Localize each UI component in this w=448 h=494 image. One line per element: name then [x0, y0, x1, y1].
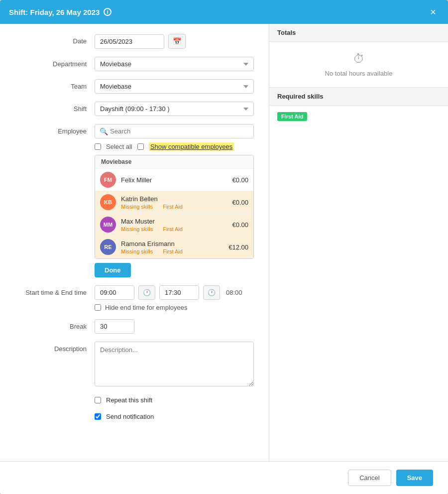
done-button[interactable]: Done — [95, 263, 131, 277]
modal-title: Shift: Friday, 26 May 2023 i — [9, 8, 112, 16]
employee-info-mm: Max Muster Missing skills First Aid — [121, 218, 232, 232]
header-title-text: Shift: Friday, 26 May 2023 — [9, 8, 100, 16]
date-input-wrap: 📅 — [95, 34, 254, 49]
modal-footer: Cancel Save — [0, 461, 448, 494]
modal-body: Date 📅 Department Moviebase — [0, 24, 448, 461]
cancel-button[interactable]: Cancel — [348, 470, 391, 486]
description-textarea[interactable] — [95, 342, 254, 386]
break-row: Break — [15, 319, 254, 334]
close-button[interactable]: × — [427, 6, 439, 18]
repeat-shift-label: Repeat this shift — [106, 396, 152, 404]
duration-display: 08:00 — [224, 286, 244, 299]
break-input[interactable] — [95, 319, 134, 334]
date-control-wrap: 📅 — [95, 34, 254, 49]
save-button[interactable]: Save — [396, 470, 433, 486]
break-control-wrap — [95, 319, 254, 334]
date-label: Date — [15, 34, 95, 45]
first-aid-badge: First Aid — [277, 112, 307, 121]
employee-label: Employee — [15, 124, 95, 135]
department-label: Department — [15, 57, 95, 68]
team-select[interactable]: Moviebase — [95, 79, 254, 94]
team-row: Team Moviebase — [15, 79, 254, 94]
description-row: Description — [15, 342, 254, 388]
filter-row: Select all Show compatible employees — [95, 142, 254, 151]
description-control-wrap — [95, 342, 254, 388]
shift-control-wrap: Dayshift (09:00 - 17:30 ) — [95, 102, 254, 116]
search-icon: 🔍 — [100, 127, 108, 135]
modal-header: Shift: Friday, 26 May 2023 i × — [0, 0, 448, 24]
no-hours-text: No total hours available — [325, 70, 393, 77]
select-all-checkbox[interactable] — [95, 143, 101, 150]
info-icon[interactable]: i — [104, 8, 112, 16]
avatar-kb: KB — [100, 194, 116, 210]
search-input[interactable] — [95, 124, 254, 138]
totals-header: Totals — [269, 24, 448, 42]
shift-label: Shift — [15, 102, 95, 113]
show-compatible-label[interactable]: Show compatible employees — [149, 142, 234, 151]
notification-option: Send notification — [95, 413, 154, 420]
employee-group-header: Moviebase — [95, 155, 253, 169]
avatar-re: RE — [100, 239, 116, 255]
missing-skills-re: Missing skills — [121, 248, 153, 254]
search-wrap: 🔍 — [95, 124, 254, 138]
send-notification-label: Send notification — [106, 413, 154, 420]
form-section: Date 📅 Department Moviebase — [0, 24, 269, 461]
repeat-option: Repeat this shift — [95, 396, 152, 404]
clock-icon: ⏱ — [353, 52, 365, 66]
team-control-wrap: Moviebase — [95, 79, 254, 94]
hide-endtime-wrap: Hide end time for employees — [95, 304, 254, 311]
employee-row-re[interactable]: RE Ramona Erismann Missing skills First … — [95, 236, 253, 258]
employee-control-wrap: 🔍 Select all Show compatible employees M… — [95, 124, 254, 277]
employee-cost-fm: €0.00 — [232, 176, 248, 184]
shift-row: Shift Dayshift (09:00 - 17:30 ) — [15, 102, 254, 116]
end-time-clock-button[interactable]: 🕐 — [203, 285, 220, 300]
start-time-input[interactable] — [95, 285, 134, 300]
select-all-label: Select all — [106, 143, 132, 150]
repeat-shift-checkbox[interactable] — [95, 397, 101, 403]
employee-cost-re: €12.00 — [228, 244, 248, 251]
employee-name-fm: Felix Miller — [121, 176, 232, 184]
time-inputs-row: 🕐 🕐 08:00 — [95, 285, 254, 300]
avatar-mm: MM — [100, 217, 116, 233]
time-row: Start time & End time 🕐 🕐 08:00 Hide end… — [15, 285, 254, 311]
skill-mm: First Aid — [163, 226, 183, 232]
department-control-wrap: Moviebase — [95, 57, 254, 71]
break-label: Break — [15, 319, 95, 330]
totals-content: ⏱ No total hours available — [269, 42, 448, 87]
skill-re: First Aid — [163, 248, 183, 254]
hide-endtime-checkbox[interactable] — [95, 304, 101, 311]
time-label: Start time & End time — [15, 285, 95, 296]
start-time-clock-button[interactable]: 🕐 — [138, 285, 155, 300]
employee-row-fm[interactable]: FM Felix Miller €0.00 — [95, 169, 253, 191]
date-input[interactable] — [95, 34, 164, 49]
employee-cost-kb: €0.00 — [232, 199, 248, 206]
calendar-button[interactable]: 📅 — [168, 34, 186, 49]
repeat-row: Repeat this shift — [95, 396, 254, 409]
required-skills-header: Required skills — [269, 87, 448, 106]
employee-info-fm: Felix Miller — [121, 176, 232, 184]
employee-row-kb[interactable]: KB Katrin Bellen Missing skills First Ai… — [95, 191, 253, 214]
team-label: Team — [15, 79, 95, 90]
skill-kb: First Aid — [163, 204, 183, 210]
employee-name-re: Ramona Erismann — [121, 240, 228, 247]
employee-row-mm[interactable]: MM Max Muster Missing skills First Aid €… — [95, 214, 253, 236]
end-time-input[interactable] — [159, 285, 199, 300]
show-compatible-checkbox[interactable] — [137, 143, 144, 150]
employee-meta-kb: Missing skills First Aid — [121, 204, 232, 210]
employee-list: Moviebase FM Felix Miller €0.00 KB — [95, 155, 254, 259]
department-select[interactable]: Moviebase — [95, 57, 254, 71]
hide-endtime-label: Hide end time for employees — [105, 304, 187, 311]
employee-cost-mm: €0.00 — [232, 221, 248, 229]
employee-name-kb: Katrin Bellen — [121, 195, 232, 203]
employee-meta-mm: Missing skills First Aid — [121, 226, 232, 232]
employee-name-mm: Max Muster — [121, 218, 232, 225]
time-control-wrap: 🕐 🕐 08:00 Hide end time for employees — [95, 285, 254, 311]
modal-container: Shift: Friday, 26 May 2023 i × Date 📅 De… — [0, 0, 448, 494]
description-label: Description — [15, 342, 95, 353]
avatar-fm: FM — [100, 172, 116, 188]
skills-content: First Aid — [269, 106, 448, 127]
missing-skills-kb: Missing skills — [121, 204, 153, 210]
employee-info-re: Ramona Erismann Missing skills First Aid — [121, 240, 228, 254]
shift-select[interactable]: Dayshift (09:00 - 17:30 ) — [95, 102, 254, 116]
send-notification-checkbox[interactable] — [95, 413, 101, 420]
